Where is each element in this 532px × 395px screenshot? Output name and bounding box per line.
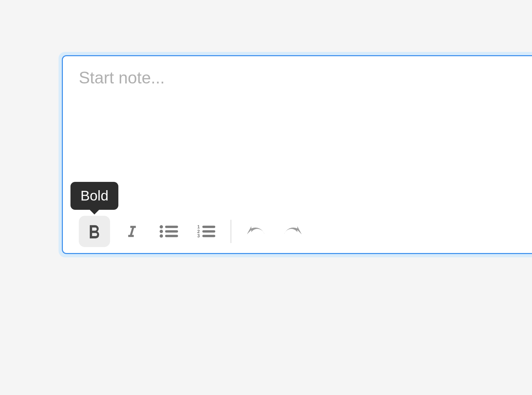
svg-rect-11 — [202, 235, 215, 237]
svg-rect-9 — [202, 226, 215, 228]
svg-rect-5 — [165, 235, 178, 237]
toolbar-divider — [230, 220, 231, 243]
undo-button[interactable] — [240, 216, 271, 247]
italic-button[interactable] — [116, 216, 147, 247]
redo-button[interactable] — [277, 216, 309, 247]
note-editor-wrapper: Start note... Bold — [59, 52, 532, 257]
svg-text:3: 3 — [197, 233, 200, 238]
svg-point-1 — [160, 230, 163, 233]
undo-icon — [245, 225, 267, 238]
svg-rect-4 — [165, 230, 178, 233]
bullet-list-button[interactable] — [153, 216, 185, 247]
bold-icon — [85, 222, 104, 241]
note-editor: Start note... Bold — [62, 55, 532, 254]
svg-rect-10 — [202, 230, 215, 233]
italic-icon — [123, 222, 140, 241]
bullet-list-icon — [158, 222, 180, 241]
bold-button[interactable]: Bold — [79, 216, 110, 247]
svg-point-0 — [160, 225, 163, 228]
redo-icon — [282, 225, 304, 238]
svg-rect-3 — [165, 226, 178, 228]
numbered-list-icon: 1 2 3 — [196, 222, 217, 241]
numbered-list-button[interactable]: 1 2 3 — [191, 216, 222, 247]
bold-tooltip: Bold — [70, 182, 118, 210]
note-textarea[interactable]: Start note... — [63, 56, 532, 212]
formatting-toolbar: Bold — [63, 212, 532, 253]
svg-point-2 — [160, 234, 163, 238]
